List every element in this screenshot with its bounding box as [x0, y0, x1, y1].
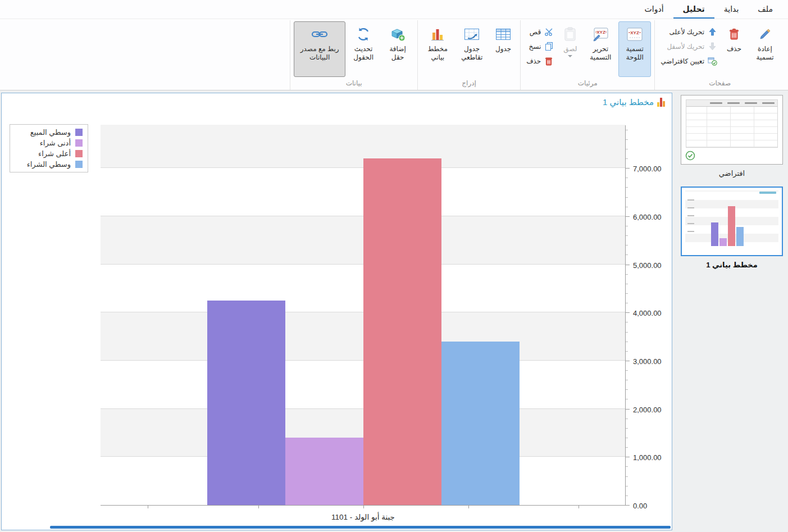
tab-analysis-label: تحليل [683, 4, 705, 13]
y-tick-label: 4,000.00 [633, 309, 662, 317]
move-up-button[interactable]: تحريك لأعلى [658, 26, 719, 38]
y-minor-tick-mark [626, 245, 628, 245]
name-board-button[interactable]: XYZ تسمية اللوحة [618, 21, 651, 77]
move-down-label: تحريك لأسفل [667, 43, 704, 51]
mini-bar [736, 227, 744, 246]
group-label-pages: صفحات [658, 78, 782, 90]
name-board-label: تسمية اللوحة [620, 45, 649, 62]
bar-1 [285, 438, 363, 505]
edit-name-button[interactable]: XYZ تحرير التسمية [584, 21, 617, 77]
group-label-visuals: مرئيات [523, 78, 652, 90]
page-thumbnail-table-preview [686, 99, 778, 148]
mini-chart-axis-dashes [687, 199, 694, 232]
y-tick-mark [626, 361, 630, 361]
mini-chart-title-dash [759, 192, 776, 194]
ribbon: ملف بداية تحليل أدوات إعادة تسمية حذف [0, 0, 788, 90]
move-up-label: تحريك لأعلى [669, 28, 704, 36]
copy-button[interactable]: نسخ [524, 40, 556, 52]
cut-button[interactable]: قص [524, 26, 556, 38]
y-tick-label: 6,000.00 [633, 213, 662, 221]
legend-swatch [75, 150, 83, 157]
add-field-button[interactable]: إضافة حقل [381, 21, 414, 77]
page-card-default: افتراضي [681, 95, 783, 178]
tab-tools[interactable]: أدوات [635, 0, 673, 19]
y-minor-tick-mark [626, 178, 628, 178]
y-minor-tick-mark [626, 303, 628, 303]
pages-panel: افتراضي مخطط بياني 1 [676, 90, 788, 531]
y-tick-mark [626, 265, 630, 265]
mini-table-grid [686, 107, 777, 147]
insert-table-button[interactable]: جدول [490, 21, 517, 77]
update-fields-button[interactable]: تحديث الحقول [347, 21, 380, 77]
y-minor-tick-mark [626, 274, 628, 275]
chart-title-bar: مخطط بياني 1 [603, 97, 665, 107]
bind-datasource-button[interactable]: ربط مع مصدر البيانات [294, 21, 345, 77]
pencil-icon [759, 25, 771, 43]
tab-home-label: بداية [724, 4, 739, 13]
tab-home[interactable]: بداية [714, 0, 749, 19]
move-down-button[interactable]: تحريك لأسفل [658, 40, 719, 52]
page-thumbnail-chart-preview [685, 190, 778, 251]
edit-name-label: تحرير التسمية [586, 45, 615, 62]
y-minor-tick-mark [626, 235, 628, 236]
chart-title-icon [657, 98, 665, 107]
y-axis: 0.001,000.002,000.003,000.004,000.005,00… [626, 125, 673, 506]
set-default-button[interactable]: تعيين كافتراضي [658, 55, 719, 67]
legend-swatch [75, 139, 83, 147]
tab-file[interactable]: ملف [748, 0, 782, 19]
y-tick-label: 3,000.00 [633, 357, 662, 366]
legend-item: وسطي المبيع [15, 128, 83, 137]
scissors-icon [544, 27, 554, 37]
tab-tools-label: أدوات [645, 4, 664, 13]
legend: وسطي المبيعأدنى شراءأعلى شراءوسطي الشراء [10, 124, 88, 172]
y-minor-tick-mark [626, 293, 628, 294]
y-minor-tick-mark [626, 130, 628, 130]
group-label-data: بيانات [293, 78, 415, 90]
y-minor-tick-mark [626, 486, 628, 486]
insert-chart-button[interactable]: مخطط بياني [421, 21, 454, 77]
y-minor-tick-mark [626, 438, 628, 438]
paste-button[interactable]: لصق [558, 21, 582, 77]
delete-visual-button[interactable]: حذف [524, 55, 556, 67]
y-tick-mark [626, 168, 630, 169]
ribbon-group-pages: إعادة تسمية حذف تحريك لأعلى [654, 20, 785, 90]
trash-icon [728, 25, 740, 43]
delete-page-button[interactable]: حذف [721, 21, 747, 77]
y-minor-tick-mark [626, 351, 628, 352]
y-minor-tick-mark [626, 332, 628, 333]
legend-swatch [75, 129, 83, 136]
tab-analysis[interactable]: تحليل [673, 0, 714, 19]
clipboard-icon [564, 25, 576, 43]
insert-pivot-label: جدول تقاطعي [457, 45, 486, 62]
ribbon-body: إعادة تسمية حذف تحريك لأعلى [0, 19, 788, 90]
y-tick-mark [626, 409, 630, 410]
page-label-chart: مخطط بياني 1 [681, 261, 783, 269]
legend-label: أدنى شراء [40, 139, 71, 147]
y-minor-tick-mark [626, 226, 628, 226]
insert-pivot-button[interactable]: جدول تقاطعي [456, 21, 488, 77]
mini-bar [711, 222, 718, 246]
delete-visual-label: حذف [526, 57, 541, 65]
cut-label: قص [530, 28, 541, 36]
y-minor-tick-mark [626, 419, 628, 419]
page-thumbnail-default[interactable] [681, 95, 783, 165]
y-minor-tick-mark [626, 197, 628, 198]
y-tick-label: 0.00 [633, 502, 647, 510]
bar-3 [441, 342, 520, 505]
refresh-icon [356, 25, 371, 43]
xyz-label-icon: XYZ [626, 25, 643, 43]
ribbon-group-data: إضافة حقل تحديث الحقول ربط مع مصدر البيا… [290, 20, 417, 90]
y-minor-tick-mark [626, 370, 628, 371]
insert-chart-label: مخطط بياني [423, 45, 452, 62]
bar-chart-icon [430, 25, 445, 43]
canvas-horizontal-scrollbar[interactable] [50, 526, 671, 529]
y-tick-label: 5,000.00 [633, 261, 662, 270]
rename-page-button[interactable]: إعادة تسمية [749, 21, 781, 77]
legend-label: وسطي الشراء [27, 160, 71, 169]
page-thumbnail-chart-bars [711, 206, 744, 246]
legend-label: وسطي المبيع [30, 128, 71, 137]
bind-datasource-label: ربط مع مصدر البيانات [295, 45, 344, 62]
page-thumbnail-chart[interactable] [681, 187, 783, 256]
y-tick-label: 2,000.00 [633, 406, 662, 414]
chart-visual-canvas[interactable]: مخطط بياني 1 وسطي المبيعأدنى شراءأعلى شر… [1, 93, 672, 530]
